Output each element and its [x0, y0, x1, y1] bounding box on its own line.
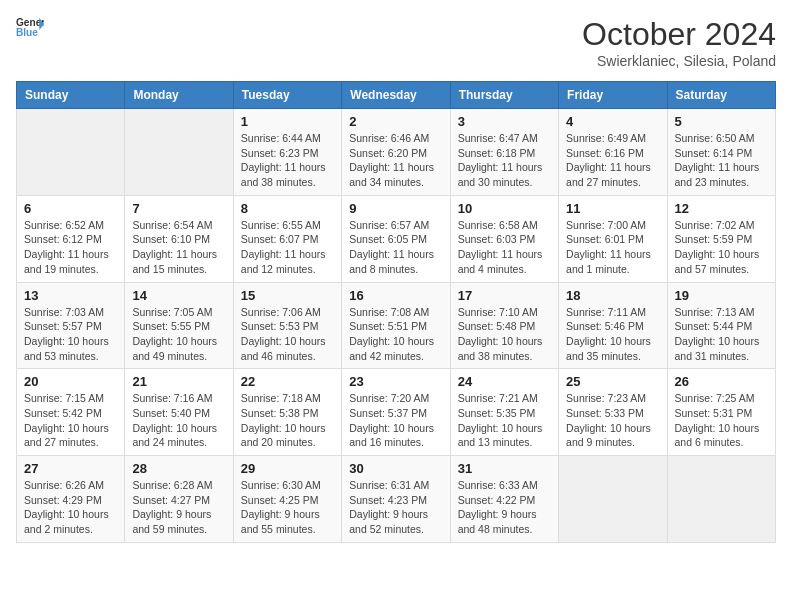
generalblue-logo-icon: General Blue — [16, 16, 44, 38]
calendar-cell: 5Sunrise: 6:50 AM Sunset: 6:14 PM Daylig… — [667, 109, 775, 196]
day-number: 26 — [675, 374, 768, 389]
day-number: 10 — [458, 201, 551, 216]
day-info: Sunrise: 6:52 AM Sunset: 6:12 PM Dayligh… — [24, 218, 117, 277]
day-number: 19 — [675, 288, 768, 303]
calendar-cell: 17Sunrise: 7:10 AM Sunset: 5:48 PM Dayli… — [450, 282, 558, 369]
calendar-cell: 26Sunrise: 7:25 AM Sunset: 5:31 PM Dayli… — [667, 369, 775, 456]
day-number: 6 — [24, 201, 117, 216]
calendar-cell: 1Sunrise: 6:44 AM Sunset: 6:23 PM Daylig… — [233, 109, 341, 196]
weekday-header-wednesday: Wednesday — [342, 82, 450, 109]
day-number: 30 — [349, 461, 442, 476]
day-info: Sunrise: 7:00 AM Sunset: 6:01 PM Dayligh… — [566, 218, 659, 277]
day-info: Sunrise: 7:06 AM Sunset: 5:53 PM Dayligh… — [241, 305, 334, 364]
day-info: Sunrise: 7:05 AM Sunset: 5:55 PM Dayligh… — [132, 305, 225, 364]
weekday-header-friday: Friday — [559, 82, 667, 109]
weekday-header-thursday: Thursday — [450, 82, 558, 109]
day-info: Sunrise: 7:08 AM Sunset: 5:51 PM Dayligh… — [349, 305, 442, 364]
page-header: General Blue October 2024 Swierklaniec, … — [16, 16, 776, 69]
day-number: 11 — [566, 201, 659, 216]
calendar-week-row: 27Sunrise: 6:26 AM Sunset: 4:29 PM Dayli… — [17, 456, 776, 543]
calendar-cell: 31Sunrise: 6:33 AM Sunset: 4:22 PM Dayli… — [450, 456, 558, 543]
day-info: Sunrise: 6:55 AM Sunset: 6:07 PM Dayligh… — [241, 218, 334, 277]
calendar-cell: 15Sunrise: 7:06 AM Sunset: 5:53 PM Dayli… — [233, 282, 341, 369]
day-number: 3 — [458, 114, 551, 129]
day-info: Sunrise: 6:28 AM Sunset: 4:27 PM Dayligh… — [132, 478, 225, 537]
day-number: 15 — [241, 288, 334, 303]
calendar-cell — [559, 456, 667, 543]
day-info: Sunrise: 6:57 AM Sunset: 6:05 PM Dayligh… — [349, 218, 442, 277]
day-number: 16 — [349, 288, 442, 303]
day-number: 28 — [132, 461, 225, 476]
calendar-cell: 4Sunrise: 6:49 AM Sunset: 6:16 PM Daylig… — [559, 109, 667, 196]
day-number: 27 — [24, 461, 117, 476]
day-info: Sunrise: 6:33 AM Sunset: 4:22 PM Dayligh… — [458, 478, 551, 537]
day-number: 17 — [458, 288, 551, 303]
day-info: Sunrise: 6:26 AM Sunset: 4:29 PM Dayligh… — [24, 478, 117, 537]
day-number: 13 — [24, 288, 117, 303]
calendar-cell: 22Sunrise: 7:18 AM Sunset: 5:38 PM Dayli… — [233, 369, 341, 456]
day-info: Sunrise: 6:58 AM Sunset: 6:03 PM Dayligh… — [458, 218, 551, 277]
calendar-cell: 28Sunrise: 6:28 AM Sunset: 4:27 PM Dayli… — [125, 456, 233, 543]
day-number: 20 — [24, 374, 117, 389]
day-info: Sunrise: 7:23 AM Sunset: 5:33 PM Dayligh… — [566, 391, 659, 450]
day-number: 24 — [458, 374, 551, 389]
day-number: 2 — [349, 114, 442, 129]
weekday-header-row: SundayMondayTuesdayWednesdayThursdayFrid… — [17, 82, 776, 109]
day-number: 25 — [566, 374, 659, 389]
day-number: 29 — [241, 461, 334, 476]
day-info: Sunrise: 6:50 AM Sunset: 6:14 PM Dayligh… — [675, 131, 768, 190]
day-number: 14 — [132, 288, 225, 303]
day-number: 4 — [566, 114, 659, 129]
day-number: 7 — [132, 201, 225, 216]
day-number: 31 — [458, 461, 551, 476]
weekday-header-tuesday: Tuesday — [233, 82, 341, 109]
calendar-cell: 9Sunrise: 6:57 AM Sunset: 6:05 PM Daylig… — [342, 195, 450, 282]
calendar-cell: 11Sunrise: 7:00 AM Sunset: 6:01 PM Dayli… — [559, 195, 667, 282]
calendar-cell: 24Sunrise: 7:21 AM Sunset: 5:35 PM Dayli… — [450, 369, 558, 456]
calendar-cell: 3Sunrise: 6:47 AM Sunset: 6:18 PM Daylig… — [450, 109, 558, 196]
day-info: Sunrise: 7:16 AM Sunset: 5:40 PM Dayligh… — [132, 391, 225, 450]
calendar-cell — [125, 109, 233, 196]
day-number: 8 — [241, 201, 334, 216]
day-number: 22 — [241, 374, 334, 389]
weekday-header-monday: Monday — [125, 82, 233, 109]
day-info: Sunrise: 7:21 AM Sunset: 5:35 PM Dayligh… — [458, 391, 551, 450]
weekday-header-saturday: Saturday — [667, 82, 775, 109]
day-info: Sunrise: 7:15 AM Sunset: 5:42 PM Dayligh… — [24, 391, 117, 450]
day-number: 1 — [241, 114, 334, 129]
day-info: Sunrise: 6:30 AM Sunset: 4:25 PM Dayligh… — [241, 478, 334, 537]
calendar-cell: 13Sunrise: 7:03 AM Sunset: 5:57 PM Dayli… — [17, 282, 125, 369]
day-info: Sunrise: 6:54 AM Sunset: 6:10 PM Dayligh… — [132, 218, 225, 277]
calendar-cell: 18Sunrise: 7:11 AM Sunset: 5:46 PM Dayli… — [559, 282, 667, 369]
calendar-cell: 20Sunrise: 7:15 AM Sunset: 5:42 PM Dayli… — [17, 369, 125, 456]
day-info: Sunrise: 6:44 AM Sunset: 6:23 PM Dayligh… — [241, 131, 334, 190]
day-info: Sunrise: 6:47 AM Sunset: 6:18 PM Dayligh… — [458, 131, 551, 190]
calendar-cell: 12Sunrise: 7:02 AM Sunset: 5:59 PM Dayli… — [667, 195, 775, 282]
calendar-cell: 27Sunrise: 6:26 AM Sunset: 4:29 PM Dayli… — [17, 456, 125, 543]
day-info: Sunrise: 7:18 AM Sunset: 5:38 PM Dayligh… — [241, 391, 334, 450]
day-number: 23 — [349, 374, 442, 389]
calendar-title: October 2024 — [582, 16, 776, 53]
logo: General Blue — [16, 16, 44, 38]
day-number: 5 — [675, 114, 768, 129]
calendar-cell: 8Sunrise: 6:55 AM Sunset: 6:07 PM Daylig… — [233, 195, 341, 282]
day-number: 9 — [349, 201, 442, 216]
calendar-cell: 19Sunrise: 7:13 AM Sunset: 5:44 PM Dayli… — [667, 282, 775, 369]
calendar-cell: 14Sunrise: 7:05 AM Sunset: 5:55 PM Dayli… — [125, 282, 233, 369]
calendar-cell — [17, 109, 125, 196]
day-info: Sunrise: 7:02 AM Sunset: 5:59 PM Dayligh… — [675, 218, 768, 277]
day-info: Sunrise: 7:20 AM Sunset: 5:37 PM Dayligh… — [349, 391, 442, 450]
calendar-cell: 21Sunrise: 7:16 AM Sunset: 5:40 PM Dayli… — [125, 369, 233, 456]
calendar-cell: 30Sunrise: 6:31 AM Sunset: 4:23 PM Dayli… — [342, 456, 450, 543]
day-info: Sunrise: 7:03 AM Sunset: 5:57 PM Dayligh… — [24, 305, 117, 364]
day-info: Sunrise: 6:31 AM Sunset: 4:23 PM Dayligh… — [349, 478, 442, 537]
day-number: 18 — [566, 288, 659, 303]
calendar-cell: 29Sunrise: 6:30 AM Sunset: 4:25 PM Dayli… — [233, 456, 341, 543]
day-info: Sunrise: 6:49 AM Sunset: 6:16 PM Dayligh… — [566, 131, 659, 190]
weekday-header-sunday: Sunday — [17, 82, 125, 109]
svg-text:Blue: Blue — [16, 27, 38, 38]
day-number: 12 — [675, 201, 768, 216]
title-block: October 2024 Swierklaniec, Silesia, Pola… — [582, 16, 776, 69]
calendar-cell: 16Sunrise: 7:08 AM Sunset: 5:51 PM Dayli… — [342, 282, 450, 369]
calendar-week-row: 1Sunrise: 6:44 AM Sunset: 6:23 PM Daylig… — [17, 109, 776, 196]
